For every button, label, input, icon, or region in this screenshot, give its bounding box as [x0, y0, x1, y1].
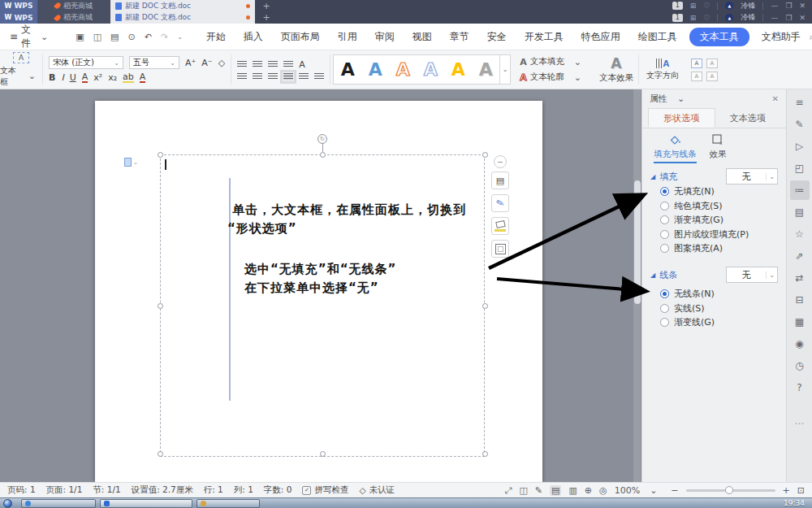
wordart-style-5[interactable]: A: [444, 56, 472, 84]
fill-option-solid[interactable]: 纯色填充(S): [660, 199, 749, 214]
subtab-fill-and-line[interactable]: 填充与线条: [654, 132, 697, 163]
menu-page-layout[interactable]: 页面布局: [272, 28, 329, 46]
notification-badge[interactable]: 1: [672, 14, 683, 22]
paste-options-button[interactable]: ⌄: [124, 158, 138, 167]
char-color-button[interactable]: A: [82, 72, 89, 83]
tab-docer-store[interactable]: 稻壳商城: [37, 0, 110, 11]
document-page[interactable]: ⌄ ↻ 单击，大文本框，在属性面板上，切换到 “形状选项”: [95, 101, 542, 482]
font-size-select[interactable]: 五号⌄: [129, 56, 179, 69]
resize-handle-bottom-right[interactable]: [482, 451, 488, 457]
rail-favorites-icon[interactable]: ☆: [790, 224, 810, 244]
tab-docer-store[interactable]: 稻壳商城: [37, 11, 110, 24]
numbered-list-icon[interactable]: [253, 61, 262, 68]
status-word-count[interactable]: 字数: 0: [264, 484, 292, 496]
char-scale-icon[interactable]: A: [299, 59, 305, 70]
resize-handle-top-center[interactable]: [320, 152, 326, 158]
line-option-solid[interactable]: 实线(S): [660, 302, 715, 316]
wps-logo[interactable]: WWPS: [0, 0, 37, 11]
page-view-icon-active[interactable]: ▤: [550, 485, 561, 496]
resize-handle-top-right[interactable]: [482, 152, 488, 158]
resize-handle-mid-left[interactable]: [158, 303, 163, 309]
frame-tool-2-icon[interactable]: A: [706, 59, 718, 68]
resize-handle-mid-right[interactable]: [482, 303, 488, 309]
line-option-none[interactable]: 无线条(N): [660, 287, 715, 302]
line-dropdown[interactable]: 无⌄: [726, 267, 778, 283]
minimize-button[interactable]: —: [771, 2, 778, 10]
line-option-gradient[interactable]: 渐变线(G): [660, 315, 715, 330]
line-section-header[interactable]: ◢ 线条 无⌄: [650, 267, 778, 283]
tab-shape-options[interactable]: 形状选项: [648, 108, 715, 128]
rail-share-icon[interactable]: ⇗: [790, 246, 810, 266]
text-outline-button[interactable]: A 文本轮廓 ⌄: [520, 72, 588, 83]
ink-view-icon[interactable]: ✎: [535, 485, 542, 496]
highlight-button[interactable]: ab: [123, 72, 134, 83]
fullscreen-view-icon[interactable]: ⤢: [505, 485, 512, 496]
notification-badge[interactable]: 1: [672, 2, 683, 10]
rail-help-icon[interactable]: ?: [790, 378, 810, 397]
resize-handle-top-left[interactable]: [158, 152, 163, 158]
style-brush-button[interactable]: ✎: [491, 194, 509, 212]
wordart-style-3[interactable]: A: [389, 56, 417, 84]
rail-history-icon[interactable]: ◷: [790, 356, 810, 376]
underline-button[interactable]: U: [70, 72, 76, 83]
menu-home[interactable]: 开始: [197, 28, 235, 46]
rail-resources-icon[interactable]: ◉: [790, 334, 810, 354]
zoom-slider-track[interactable]: [686, 489, 775, 492]
new-tab-button[interactable]: +: [255, 0, 278, 11]
wps-logo[interactable]: WWPS: [0, 11, 37, 24]
text-direction-button[interactable]: A 文字方向: [639, 50, 686, 89]
favorite-icon[interactable]: ♡: [703, 14, 710, 22]
fill-section-header[interactable]: ◢ 填充 无⌄: [650, 168, 778, 185]
caret-down-icon[interactable]: ⌄: [671, 93, 691, 104]
tab-document[interactable]: 新建 DOC 文档.doc: [110, 0, 255, 11]
clear-format-button[interactable]: ◇: [218, 58, 225, 68]
object-toolbar-collapse-button[interactable]: −: [494, 155, 507, 168]
start-button[interactable]: [3, 499, 12, 508]
wordart-style-6[interactable]: A: [472, 56, 499, 84]
taskbar-clock[interactable]: 19:34: [784, 499, 808, 507]
bold-button[interactable]: B: [49, 72, 55, 83]
resize-handle-bottom-center[interactable]: [320, 451, 326, 457]
apps-grid-icon[interactable]: ⊞: [690, 2, 697, 10]
italic-button[interactable]: I: [61, 72, 63, 83]
menu-doc-assistant[interactable]: 文档助手: [753, 28, 810, 46]
fill-color-button[interactable]: [491, 217, 509, 235]
frame-tool-1-icon[interactable]: A: [691, 59, 702, 68]
apps-grid-icon[interactable]: ⊞: [690, 14, 697, 22]
export-icon[interactable]: ◫: [93, 32, 102, 42]
vertical-scrollbar-thumb[interactable]: [634, 180, 641, 304]
rail-edit-icon[interactable]: ✎: [790, 115, 810, 134]
user-name[interactable]: 冷锋: [741, 12, 755, 23]
rail-image-icon[interactable]: ▦: [790, 312, 810, 332]
rotate-handle[interactable]: ↻: [317, 134, 327, 144]
eye-protect-icon[interactable]: ◎: [599, 485, 607, 496]
fit-page-button[interactable]: ⊡: [797, 485, 805, 496]
font-color-button[interactable]: A: [140, 72, 146, 83]
frame-tool-3-icon[interactable]: A: [691, 72, 702, 81]
menu-special-features[interactable]: 特色应用: [572, 28, 629, 46]
tab-text-options[interactable]: 文本选项: [715, 108, 781, 128]
line-spacing-icon[interactable]: [314, 73, 324, 80]
favorite-icon[interactable]: ♡: [703, 2, 710, 10]
zoom-level-button[interactable]: 100%⌄: [615, 485, 664, 496]
fill-option-pattern[interactable]: 图案填充(A): [660, 241, 749, 256]
print-preview-icon[interactable]: ⊙: [128, 32, 136, 42]
print-icon[interactable]: ▤: [110, 32, 119, 42]
layout-options-button[interactable]: ▤: [491, 172, 509, 189]
frame-tool-4-icon[interactable]: A: [706, 72, 718, 81]
menu-view[interactable]: 视图: [404, 28, 441, 46]
minimize-button[interactable]: —: [771, 14, 778, 22]
maximize-button[interactable]: ❐: [785, 2, 792, 10]
taskbar-app-3[interactable]: [197, 499, 260, 508]
align-center-icon[interactable]: [253, 73, 262, 80]
new-tab-button[interactable]: +: [255, 11, 278, 24]
rail-shapes-icon[interactable]: ◰: [790, 158, 810, 178]
wordart-style-1[interactable]: A: [334, 56, 361, 84]
close-button[interactable]: ✕: [799, 2, 806, 10]
avatar[interactable]: ▲: [725, 2, 733, 10]
file-menu-button[interactable]: ≡ 文件 ⌄: [0, 23, 63, 50]
fill-option-picture-texture[interactable]: 图片或纹理填充(P): [660, 228, 749, 242]
menu-dev-tools[interactable]: 开发工具: [516, 28, 572, 46]
rail-panel-list-icon[interactable]: ≡: [790, 93, 810, 112]
rail-select-icon[interactable]: ▷: [790, 137, 810, 156]
